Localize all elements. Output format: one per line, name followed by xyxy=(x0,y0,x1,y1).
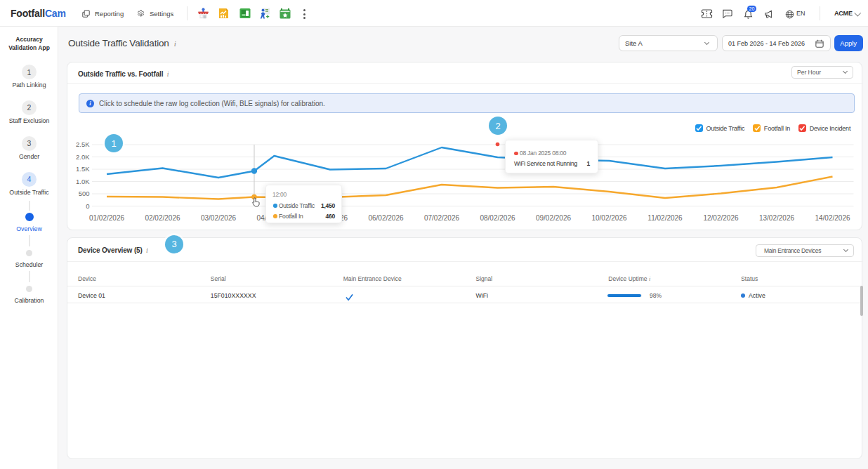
svg-text:06/02/2026: 06/02/2026 xyxy=(368,214,403,222)
svg-text:1.0K: 1.0K xyxy=(76,178,90,185)
svg-text:08/02/2026: 08/02/2026 xyxy=(480,214,515,222)
svg-text:10/02/2026: 10/02/2026 xyxy=(591,214,626,222)
svg-text:14/02/2026: 14/02/2026 xyxy=(815,214,850,222)
svg-text:500: 500 xyxy=(79,190,90,197)
svg-text:0: 0 xyxy=(86,202,89,210)
svg-text:13/02/2026: 13/02/2026 xyxy=(759,214,794,222)
svg-text:2.5K: 2.5K xyxy=(76,140,90,148)
svg-text:01/02/2026: 01/02/2026 xyxy=(89,214,124,222)
svg-text:07/02/2026: 07/02/2026 xyxy=(424,214,459,222)
svg-text:09/02/2026: 09/02/2026 xyxy=(536,214,571,222)
svg-text:02/02/2026: 02/02/2026 xyxy=(145,214,180,222)
svg-text:1.5K: 1.5K xyxy=(76,165,90,173)
svg-text:11/02/2026: 11/02/2026 xyxy=(647,214,683,222)
svg-text:12/02/2026: 12/02/2026 xyxy=(703,214,738,222)
svg-text:2.0K: 2.0K xyxy=(76,153,90,161)
svg-text:03/02/2026: 03/02/2026 xyxy=(201,214,236,222)
